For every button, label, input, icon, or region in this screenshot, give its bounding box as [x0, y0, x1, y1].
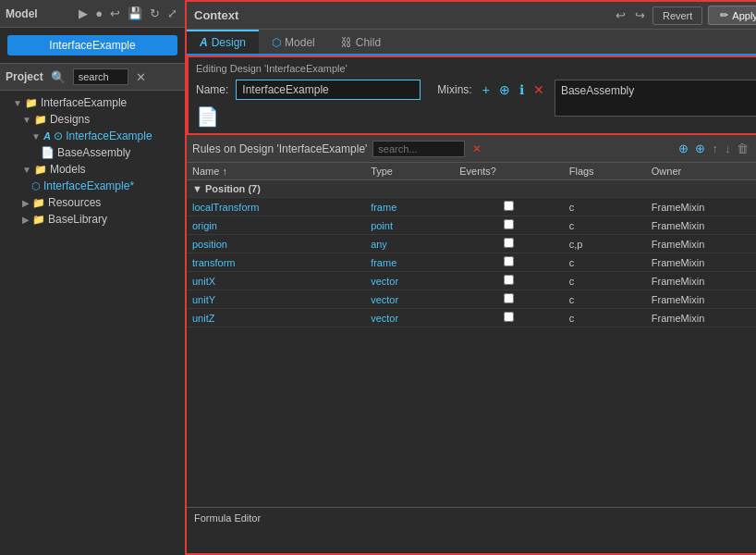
folder-icon: 📁	[25, 97, 38, 109]
revert-button[interactable]: Revert	[652, 6, 702, 25]
design-a-tab-icon: A	[200, 36, 208, 49]
rules-title: Rules on Design 'InterfaceExample'	[192, 142, 367, 155]
col-type: Type	[365, 163, 454, 180]
row-name-transform[interactable]: transform	[187, 253, 365, 272]
tree-item-root[interactable]: ▼ 📁 InterfaceExample	[0, 94, 185, 111]
row-owner-transform: FrameMixin	[646, 253, 756, 272]
mixin-circle-add-button[interactable]: ⊕	[496, 81, 513, 98]
tab-design[interactable]: A Design	[187, 30, 259, 54]
name-input[interactable]	[236, 80, 421, 100]
row-type-localTransform: frame	[365, 198, 454, 216]
play-icon[interactable]: ▶	[77, 5, 90, 22]
tree-label-models: Models	[50, 163, 86, 176]
tab-child-label: Child	[356, 36, 381, 49]
right-panel: Context ↩ ↪ Revert ✏ Apply ⤢ A Design ⬡ …	[185, 0, 756, 555]
project-search-input[interactable]	[73, 68, 128, 85]
expand-icon[interactable]: ⤢	[165, 5, 179, 22]
assembly-icon: 📄	[41, 146, 55, 159]
apply-button[interactable]: ✏ Apply	[708, 6, 756, 25]
tab-model[interactable]: ⬡ Model	[259, 30, 328, 54]
row-flags-unitX: c	[564, 272, 646, 290]
rules-up-icon[interactable]: ↑	[710, 140, 720, 157]
rules-header: Rules on Design 'InterfaceExample' ✕ ⊕ ⊕…	[187, 135, 756, 163]
row-owner-unitY: FrameMixin	[646, 290, 756, 309]
arrow-down-icon-designs: ▼	[22, 115, 31, 125]
row-events-origin[interactable]	[454, 216, 564, 235]
tree-item-model-iface[interactable]: ⬡ InterfaceExample*	[0, 178, 185, 194]
folder-icon-designs: 📁	[34, 114, 47, 126]
row-name-origin[interactable]: origin	[187, 216, 365, 235]
row-events-localTransform[interactable]	[454, 198, 564, 216]
name-row: Name: Mixins: + ⊕ ℹ ✕	[196, 80, 547, 100]
row-type-unitZ: vector	[365, 309, 454, 327]
mixins-label: Mixins:	[437, 83, 471, 96]
table-row: unitX vector c FrameMixin	[187, 272, 756, 290]
row-name-position[interactable]: position	[187, 235, 365, 253]
row-type-transform: frame	[365, 253, 454, 272]
mixin-add-button[interactable]: +	[480, 81, 493, 98]
table-row: unitZ vector c FrameMixin	[187, 309, 756, 327]
row-flags-localTransform: c	[564, 198, 646, 216]
row-owner-origin: FrameMixin	[646, 216, 756, 235]
row-flags-transform: c	[564, 253, 646, 272]
apply-pencil-icon: ✏	[720, 9, 728, 21]
mixin-info-button[interactable]: ℹ	[517, 81, 527, 98]
tree-item-resources[interactable]: ▶ 📁 Resources	[0, 194, 185, 211]
search-clear-icon[interactable]: ✕	[470, 141, 483, 157]
row-type-unitX: vector	[365, 272, 454, 290]
row-owner-unitZ: FrameMixin	[646, 309, 756, 327]
rules-down-icon[interactable]: ↓	[723, 140, 733, 157]
tree-item-baselibrary[interactable]: ▶ 📁 BaseLibrary	[0, 211, 185, 228]
tree-item-models[interactable]: ▼ 📁 Models	[0, 161, 185, 178]
row-name-unitX[interactable]: unitX	[187, 272, 365, 290]
circle-icon[interactable]: ●	[93, 5, 104, 22]
redo-action-icon[interactable]: ↪	[633, 6, 647, 24]
tab-child[interactable]: ⛓ Child	[328, 30, 394, 54]
arrow-right-icon-resources: ▶	[22, 198, 30, 208]
row-type-position: any	[365, 235, 454, 253]
table-row: localTransform frame c FrameMixin	[187, 198, 756, 216]
row-events-position[interactable]	[454, 235, 564, 253]
design-a-icon: A	[43, 130, 51, 142]
rules-add-icon[interactable]: ⊕	[677, 140, 690, 157]
tree-item-base-assembly[interactable]: 📄 BaseAssembly	[0, 144, 185, 161]
row-events-unitX[interactable]	[454, 272, 564, 290]
arrow-down-icon: ▼	[13, 98, 22, 108]
section-position: ▼ Position (7)	[187, 180, 756, 198]
interface-example-button[interactable]: InterfaceExample	[7, 35, 177, 56]
row-type-unitY: vector	[365, 290, 454, 309]
mixin-delete-button[interactable]: ✕	[530, 81, 547, 98]
row-owner-position: FrameMixin	[646, 235, 756, 253]
row-name-unitZ[interactable]: unitZ	[187, 309, 365, 327]
rules-delete-icon[interactable]: 🗑	[735, 140, 750, 157]
model-toolbar: Model ▶ ● ↩ 💾 ↻ ⤢	[0, 0, 185, 28]
formula-editor: Formula Editor	[187, 507, 756, 553]
project-search-icon[interactable]: 🔍	[49, 68, 67, 86]
col-owner: Owner	[646, 163, 756, 180]
tree-item-interface-design[interactable]: ▼ A ⊙ InterfaceExample	[0, 128, 185, 144]
row-name-localTransform[interactable]: localTransform	[187, 198, 365, 216]
mixin-list-item: BaseAssembly	[561, 84, 634, 97]
undo-icon[interactable]: ↩	[108, 5, 122, 22]
col-events: Events?	[454, 163, 564, 180]
tree-label-baselibrary: BaseLibrary	[48, 213, 107, 226]
rules-add-group-icon[interactable]: ⊕	[693, 140, 707, 157]
header-actions: ↩ ↪ Revert ✏ Apply ⤢	[614, 6, 756, 25]
tree-item-designs[interactable]: ▼ 📁 Designs	[0, 111, 185, 128]
rules-search-input[interactable]	[372, 141, 465, 157]
refresh-icon[interactable]: ↻	[148, 5, 162, 22]
row-name-unitY[interactable]: unitY	[187, 290, 365, 309]
row-events-transform[interactable]	[454, 253, 564, 272]
table-row: transform frame c FrameMixin	[187, 253, 756, 272]
tab-model-label: Model	[285, 36, 315, 49]
row-events-unitZ[interactable]	[454, 309, 564, 327]
tree-label-base-assembly: BaseAssembly	[57, 146, 130, 159]
row-events-unitY[interactable]	[454, 290, 564, 309]
section-label: Position (7)	[205, 183, 261, 194]
rules-toolbar: ⊕ ⊕ ↑ ↓ 🗑 ↕Z ⤢	[677, 140, 756, 157]
undo-action-icon[interactable]: ↩	[614, 6, 628, 24]
save-icon[interactable]: 💾	[126, 5, 144, 22]
project-close-icon[interactable]: ✕	[134, 68, 148, 86]
row-owner-unitX: FrameMixin	[646, 272, 756, 290]
arrow-down-icon-iface: ▼	[31, 131, 41, 142]
